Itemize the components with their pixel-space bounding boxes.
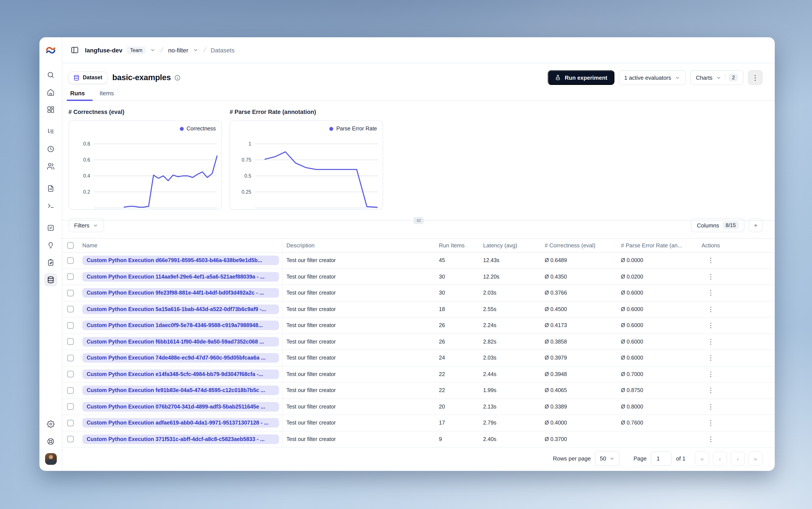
table-row[interactable]: Custom Python Execution 5a15a616-1bab-44… [62, 301, 775, 317]
page-input[interactable] [651, 451, 672, 466]
run-name-link[interactable]: Custom Python Execution fe91b83e-04a5-47… [82, 386, 279, 395]
run-experiment-button[interactable]: Run experiment [548, 70, 614, 85]
table-row[interactable]: Custom Python Execution f6bb1614-1f90-40… [62, 334, 775, 350]
run-description: Test our filter creator [282, 387, 435, 394]
row-checkbox[interactable] [67, 274, 74, 280]
first-page-button[interactable]: « [695, 451, 709, 466]
chevron-down-icon[interactable] [150, 47, 156, 53]
select-all-checkbox[interactable] [67, 242, 74, 249]
table-row[interactable]: Custom Python Execution 114aa9ef-29e6-4e… [62, 269, 775, 285]
run-name-link[interactable]: Custom Python Execution 076b2704-341d-48… [82, 402, 279, 411]
annotations-clipboard-icon[interactable] [44, 256, 57, 269]
run-name-link[interactable]: Custom Python Execution d66e7991-8595-45… [82, 256, 279, 265]
dashboards-icon[interactable] [44, 103, 57, 116]
column-header-correctness[interactable]: # Correctness (eval) [541, 242, 617, 249]
home-icon[interactable] [44, 86, 57, 99]
row-checkbox[interactable] [67, 420, 74, 426]
charts-dropdown[interactable]: Charts 2 [690, 70, 744, 85]
run-name-link[interactable]: Custom Python Execution f6bb1614-1f90-40… [82, 337, 279, 346]
datasets-database-icon[interactable] [44, 273, 57, 286]
users-icon[interactable] [44, 160, 57, 173]
row-kebab-menu[interactable]: ⋮ [702, 435, 717, 444]
row-checkbox[interactable] [67, 436, 74, 442]
run-correctness: Ø 0.3948 [541, 371, 617, 377]
evaluators-lightbulb-icon[interactable] [44, 239, 57, 252]
column-header-parse-error[interactable]: # Parse Error Rate (an... [617, 242, 698, 249]
desktop-background: langfuse-dev Team / no-filter / Datasets… [0, 0, 812, 509]
sessions-clock-icon[interactable] [44, 142, 57, 156]
user-avatar[interactable] [45, 453, 57, 465]
row-checkbox[interactable] [67, 290, 74, 296]
dataset-badge-label: Dataset [83, 74, 102, 80]
row-checkbox[interactable] [67, 371, 74, 377]
row-kebab-menu[interactable]: ⋮ [702, 305, 717, 314]
chart-title-correctness: # Correctness (eval) [68, 109, 222, 115]
run-name-link[interactable]: Custom Python Execution 371f531c-abff-4d… [82, 435, 279, 444]
prev-page-button[interactable]: ‹ [713, 451, 727, 466]
row-kebab-menu[interactable]: ⋮ [702, 256, 717, 265]
row-checkbox[interactable] [67, 355, 74, 361]
run-name-link[interactable]: Custom Python Execution 9fe23f98-881e-44… [82, 288, 279, 298]
row-kebab-menu[interactable]: ⋮ [702, 321, 717, 330]
row-kebab-menu[interactable]: ⋮ [702, 386, 717, 395]
column-header-latency[interactable]: Latency (avg) [479, 242, 541, 249]
row-checkbox[interactable] [67, 322, 74, 329]
run-name-link[interactable]: Custom Python Execution e14fa348-5cfc-49… [82, 370, 279, 379]
tracing-icon[interactable] [44, 125, 57, 138]
table-row[interactable]: Custom Python Execution e14fa348-5cfc-49… [62, 366, 775, 382]
page-kebab-menu[interactable]: ⋮ [748, 70, 763, 85]
breadcrumb-org[interactable]: langfuse-dev [85, 46, 123, 54]
last-page-button[interactable]: » [748, 451, 763, 466]
row-kebab-menu[interactable]: ⋮ [702, 370, 717, 379]
tab-runs[interactable]: Runs [68, 90, 87, 101]
support-lifebuoy-icon[interactable] [44, 435, 57, 448]
scores-percent-icon[interactable] [44, 222, 57, 234]
column-header-run-items[interactable]: Run Items [435, 242, 479, 249]
run-parse-error: Ø 0.7600 [617, 420, 698, 426]
table-row[interactable]: Custom Python Execution fe91b83e-04a5-47… [62, 382, 775, 399]
row-checkbox[interactable] [67, 387, 74, 394]
rows-per-page-select[interactable]: 50 [595, 451, 620, 466]
run-name-link[interactable]: Custom Python Execution 74de488e-ec9d-47… [82, 353, 279, 363]
table-row[interactable]: Custom Python Execution 371f531c-abff-4d… [62, 431, 775, 447]
row-checkbox[interactable] [67, 404, 74, 410]
column-header-description[interactable]: Description [282, 242, 435, 249]
breadcrumb-project[interactable]: no-filter [168, 46, 188, 54]
langfuse-logo-icon[interactable] [45, 46, 56, 55]
run-name-link[interactable]: Custom Python Execution 5a15a616-1bab-44… [82, 305, 279, 314]
run-name-link[interactable]: Custom Python Execution 114aa9ef-29e6-4e… [82, 272, 279, 281]
table-row[interactable]: Custom Python Execution adfae619-abb0-4d… [62, 415, 775, 431]
table-row[interactable]: Custom Python Execution d66e7991-8595-45… [62, 252, 775, 269]
row-kebab-menu[interactable]: ⋮ [702, 402, 717, 411]
info-icon[interactable] [174, 74, 181, 81]
row-kebab-menu[interactable]: ⋮ [702, 419, 717, 427]
active-evaluators-dropdown[interactable]: 1 active evaluators [618, 70, 686, 85]
search-icon[interactable] [44, 68, 57, 81]
chevron-down-icon[interactable] [193, 47, 198, 53]
run-name-link[interactable]: Custom Python Execution adfae619-abb0-4d… [82, 418, 279, 428]
breadcrumb-section[interactable]: Datasets [211, 46, 235, 54]
table-row[interactable]: Custom Python Execution 74de488e-ec9d-47… [62, 350, 775, 366]
row-checkbox[interactable] [67, 306, 74, 312]
run-latency: 12.43s [479, 258, 541, 264]
next-page-button[interactable]: › [731, 451, 745, 466]
run-name-link[interactable]: Custom Python Execution 1daec0f9-5e78-43… [82, 321, 279, 330]
run-description: Test our filter creator [282, 258, 435, 264]
sidebar-toggle-icon[interactable] [68, 44, 80, 56]
table-row[interactable]: Custom Python Execution 1daec0f9-5e78-43… [62, 317, 775, 334]
column-header-name[interactable]: Name [78, 239, 282, 252]
row-kebab-menu[interactable]: ⋮ [702, 289, 717, 297]
settings-gear-icon[interactable] [44, 417, 57, 431]
tab-items[interactable]: Items [98, 90, 116, 101]
table-row[interactable]: Custom Python Execution 076b2704-341d-48… [62, 399, 775, 415]
table-row[interactable]: Custom Python Execution 9fe23f98-881e-44… [62, 285, 775, 301]
playground-terminal-icon[interactable] [44, 199, 57, 212]
row-checkbox[interactable] [67, 257, 74, 264]
row-kebab-menu[interactable]: ⋮ [702, 337, 717, 346]
row-kebab-menu[interactable]: ⋮ [702, 272, 717, 281]
drag-handle[interactable] [413, 217, 424, 224]
row-checkbox[interactable] [67, 339, 74, 345]
run-items-count: 9 [435, 436, 479, 442]
row-kebab-menu[interactable]: ⋮ [702, 354, 717, 362]
prompts-file-code-icon[interactable] [44, 182, 57, 195]
